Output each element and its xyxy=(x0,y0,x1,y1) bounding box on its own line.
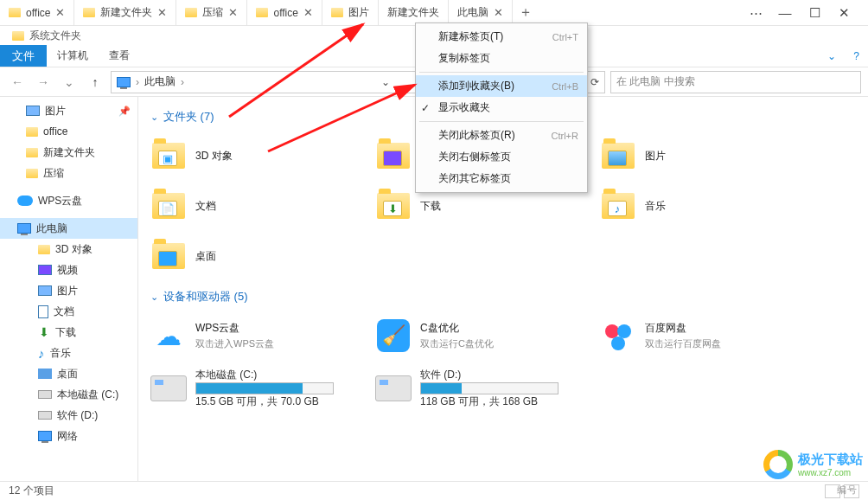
tab[interactable]: 新建文件夹✕ xyxy=(74,0,176,26)
sidebar-item[interactable]: 软件 (D:) xyxy=(0,405,137,426)
drive-icon xyxy=(375,375,412,401)
folder-icon xyxy=(331,8,343,17)
forward-button[interactable]: → xyxy=(33,72,54,93)
close-icon[interactable]: ✕ xyxy=(228,6,238,19)
tab[interactable]: 压缩✕ xyxy=(176,0,247,26)
sidebar-item[interactable]: 压缩 xyxy=(0,163,137,183)
tab[interactable]: 图片 xyxy=(322,0,379,26)
sidebar-item[interactable]: 3D 对象 xyxy=(0,239,137,260)
tab-label: office xyxy=(273,7,297,19)
folder-icon xyxy=(83,8,95,17)
recent-button[interactable]: ⌄ xyxy=(59,72,80,93)
up-button[interactable]: ↑ xyxy=(85,72,105,93)
check-icon: ✓ xyxy=(421,102,430,114)
drive-item[interactable]: 本地磁盘 (C:)15.5 GB 可用，共 70.0 GB xyxy=(150,363,367,413)
tab[interactable]: office✕ xyxy=(247,0,322,26)
expand-ribbon-icon[interactable]: ⌄ xyxy=(819,45,845,67)
section-devices[interactable]: ⌄设备和驱动器 (5) xyxy=(150,289,856,304)
close-icon[interactable]: ✕ xyxy=(157,6,167,19)
sidebar-item[interactable]: 本地磁盘 (C:) xyxy=(0,384,137,405)
tab-label: 此电脑 xyxy=(457,5,488,20)
folder-item[interactable]: 桌面 xyxy=(150,234,367,279)
ctx-add-favorite[interactable]: 添加到收藏夹(B)Ctrl+B xyxy=(416,75,587,97)
separator xyxy=(419,121,584,122)
close-icon[interactable]: ✕ xyxy=(303,6,313,19)
sidebar-item[interactable]: 文档 xyxy=(0,301,137,322)
window-controls: ⋯ — ☐ ✕ xyxy=(731,5,868,21)
tab-label: 图片 xyxy=(348,5,369,20)
sidebar-item-thispc[interactable]: 此电脑 xyxy=(0,218,137,239)
device-item[interactable]: 🧹C盘优化双击运行C盘优化 xyxy=(375,313,591,358)
more-icon[interactable]: ⋯ xyxy=(747,5,764,21)
sidebar-item[interactable]: 桌面 xyxy=(0,363,137,384)
sidebar-item[interactable]: ♪音乐 xyxy=(0,343,137,363)
desktop-icon xyxy=(38,369,52,379)
dropdown-icon[interactable]: ⌄ xyxy=(381,76,390,88)
folder-icon xyxy=(185,8,197,17)
ctx-close-right[interactable]: 关闭右侧标签页 xyxy=(416,146,587,168)
ctx-duplicate-tab[interactable]: 复制标签页 xyxy=(416,48,587,69)
refresh-icon[interactable]: ⟳ xyxy=(590,76,599,88)
menu-view[interactable]: 查看 xyxy=(99,45,140,67)
drive-icon xyxy=(38,390,52,399)
device-item[interactable]: ☁WPS云盘双击进入WPS云盘 xyxy=(150,313,367,358)
watermark-stamp: 编号 xyxy=(837,484,858,497)
tab-label: 新建文件夹 xyxy=(100,5,152,20)
maximize-icon[interactable]: ☐ xyxy=(806,5,823,21)
thispc-icon xyxy=(117,77,131,87)
device-item[interactable]: 百度网盘双击运行百度网盘 xyxy=(600,313,816,358)
tab-label: 压缩 xyxy=(202,5,223,20)
ctx-close-others[interactable]: 关闭其它标签页 xyxy=(416,168,587,189)
sidebar-item[interactable]: office xyxy=(0,121,137,142)
sidebar-item[interactable]: 新建文件夹 xyxy=(0,142,137,163)
downloads-icon: ⬇ xyxy=(38,326,50,338)
ctx-show-favorites[interactable]: ✓显示收藏夹 xyxy=(416,97,587,119)
drive-icon xyxy=(38,411,52,420)
cloud-icon xyxy=(17,196,33,206)
folder-item[interactable]: 📄文档 xyxy=(150,183,367,228)
separator xyxy=(419,72,584,73)
chevron-down-icon: ⌄ xyxy=(150,292,158,303)
documents-icon xyxy=(38,305,48,318)
status-bar: 12 个项目 xyxy=(0,481,868,500)
chevron-right-icon: › xyxy=(136,76,139,88)
sidebar-item[interactable]: 视频 xyxy=(0,260,137,280)
folder-icon xyxy=(12,31,24,41)
sidebar: 图片📌 office 新建文件夹 压缩 WPS云盘 此电脑 3D 对象 视频 图… xyxy=(0,97,138,481)
folder-icon xyxy=(256,8,268,17)
close-icon[interactable]: ✕ xyxy=(55,6,65,19)
sidebar-item[interactable]: ⬇下载 xyxy=(0,322,137,343)
sidebar-item[interactable]: 图片 xyxy=(0,280,137,301)
help-icon[interactable]: ? xyxy=(845,45,868,67)
network-icon xyxy=(38,431,52,441)
back-button[interactable]: ← xyxy=(7,72,28,93)
drive-item[interactable]: 软件 (D:)118 GB 可用，共 168 GB xyxy=(375,363,591,413)
3d-icon xyxy=(38,245,50,254)
minimize-icon[interactable]: — xyxy=(776,5,794,21)
thispc-icon xyxy=(17,223,31,234)
menu-computer[interactable]: 计算机 xyxy=(47,45,99,67)
chevron-down-icon: ⌄ xyxy=(150,112,158,123)
tab-label: office xyxy=(26,7,50,19)
folder-icon xyxy=(26,127,38,137)
sidebar-item-wps[interactable]: WPS云盘 xyxy=(0,190,137,211)
ctx-new-tab[interactable]: 新建标签页(T)Ctrl+T xyxy=(416,26,587,48)
sidebar-item[interactable]: 图片📌 xyxy=(0,100,137,121)
tab[interactable]: office✕ xyxy=(0,0,74,26)
close-window-icon[interactable]: ✕ xyxy=(835,5,852,21)
menu-file[interactable]: 文件 xyxy=(0,45,47,67)
video-icon xyxy=(38,265,52,275)
tab-context-menu: 新建标签页(T)Ctrl+T 复制标签页 添加到收藏夹(B)Ctrl+B ✓显示… xyxy=(415,22,588,193)
sidebar-item[interactable]: 网络 xyxy=(0,426,137,446)
status-count: 12 个项目 xyxy=(9,484,54,498)
watermark: 极光下载站www.xz7.com xyxy=(763,450,863,479)
ctx-close-this[interactable]: 关闭此标签页(R)Ctrl+R xyxy=(416,125,587,146)
folder-item[interactable]: ▣3D 对象 xyxy=(150,133,367,178)
folder-item[interactable]: 图片 xyxy=(600,133,816,178)
drive-usage-bar xyxy=(195,382,334,394)
close-icon[interactable]: ✕ xyxy=(494,6,503,19)
folder-item[interactable]: ♪音乐 xyxy=(600,183,816,228)
chevron-right-icon: › xyxy=(181,76,184,88)
search-input[interactable]: 在 此电脑 中搜索 xyxy=(610,71,861,93)
pictures-icon xyxy=(26,106,40,116)
